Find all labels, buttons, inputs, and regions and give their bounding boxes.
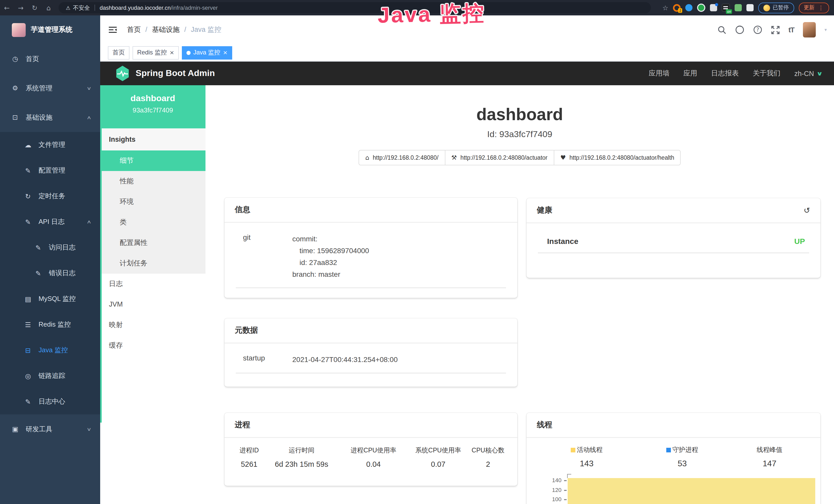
sba-nav-about[interactable]: 关于我们 <box>753 69 781 78</box>
sidebar-item-label: 日志中心 <box>39 397 65 406</box>
card-process-title: 进程 <box>224 413 517 438</box>
extension-icon-orange[interactable]: 1 <box>673 4 681 12</box>
profile-status-label: 已暂停 <box>773 4 789 11</box>
help-icon[interactable]: ? <box>753 25 762 35</box>
edit-icon: ✎ <box>34 244 43 251</box>
extension-icon-pin[interactable] <box>685 4 693 11</box>
sidebar-item-home[interactable]: ◷ 首页 <box>0 44 100 73</box>
nav-item-logs[interactable]: 日志 <box>100 274 205 294</box>
search-icon[interactable] <box>718 25 726 34</box>
nav-item-scheduled-tasks[interactable]: 计划任务 <box>100 253 205 274</box>
close-icon[interactable]: × <box>170 49 174 56</box>
service-url: http://192.168.0.2:48080/ <box>373 155 438 161</box>
bookmark-star-icon[interactable]: ☆ <box>662 4 668 12</box>
sidebar-item-label: MySQL 监控 <box>39 294 76 303</box>
sidebar-accent-strip <box>100 129 102 422</box>
sidebar-item-file-manage[interactable]: ☁ 文件管理 <box>0 132 100 158</box>
sidebar-item-error-log[interactable]: ✎ 错误日志 <box>0 260 100 286</box>
extension-icon-grid[interactable] <box>710 4 717 11</box>
sba-title: Spring Boot Admin <box>136 68 215 78</box>
sidebar-item-label: 首页 <box>26 54 39 63</box>
sidebar-item-log-center[interactable]: ✎ 日志中心 <box>0 389 100 414</box>
git-time-line: time: 1596289704000 <box>292 245 369 257</box>
url-host: dashboard.yudao.iocoder.cn <box>100 5 171 11</box>
sidebar-item-system[interactable]: ⚙ 系统管理 ∨ <box>0 73 100 103</box>
chevron-down-icon: ∨ <box>816 70 823 77</box>
threads-area-series <box>568 478 815 504</box>
extension-icon-switch[interactable]: on <box>722 4 730 12</box>
breadcrumb-infra[interactable]: 基础设施 <box>152 25 186 35</box>
security-chip[interactable]: 不安全 <box>73 4 90 12</box>
cpus-value: 2 <box>467 460 509 468</box>
sidebar-item-dev-tools[interactable]: ▣ 研发工具 ∨ <box>0 414 100 444</box>
sba-header: Spring Boot Admin 应用墙 应用 日志报表 关于我们 zh-CN… <box>100 62 834 85</box>
cloud-icon: ☁ <box>24 141 32 148</box>
caret-down-icon[interactable]: ▾ <box>825 27 827 32</box>
metadata-value: 2021-04-27T00:44:31.254+08:00 <box>292 354 398 366</box>
instance-header[interactable]: dashboard 93a3fc7f7409 <box>100 85 205 129</box>
sba-nav-applications[interactable]: 应用 <box>683 69 697 78</box>
history-icon[interactable]: ↺ <box>804 206 810 215</box>
gear-icon: ⚙ <box>11 84 20 92</box>
service-url-button[interactable]: ⌂ http://192.168.0.2:48080/ <box>358 150 445 165</box>
nav-item-classes[interactable]: 类 <box>100 212 205 233</box>
close-icon[interactable]: × <box>223 49 227 56</box>
actuator-url-button[interactable]: ⚒ http://192.168.0.2:48080/actuator <box>445 150 554 165</box>
instance-id: 93a3fc7f7409 <box>100 106 205 114</box>
nav-item-caches[interactable]: 缓存 <box>100 335 205 356</box>
health-row-instance[interactable]: Instance UP <box>538 223 809 253</box>
sidebar-item-java-monitor[interactable]: ⊟ Java 监控 <box>0 337 100 363</box>
sidebar-item-label: 访问日志 <box>49 243 75 252</box>
font-size-icon[interactable]: tT <box>789 26 794 34</box>
brand-title: 芋道管理系统 <box>31 25 72 35</box>
home-icon[interactable]: ⌂ <box>42 4 56 12</box>
github-icon[interactable] <box>735 25 744 35</box>
sba-nav-journal[interactable]: 日志报表 <box>711 69 739 78</box>
sidebar-item-infra[interactable]: ⊡ 基础设施 ∧ <box>0 103 100 132</box>
status-badge: UP <box>794 237 805 246</box>
extension-icon-leaf[interactable] <box>734 4 742 11</box>
url-bar[interactable]: ⚠ 不安全 dashboard.yudao.iocoder.cn/infra/a… <box>59 2 651 13</box>
extensions-puzzle-icon[interactable] <box>746 4 753 11</box>
breadcrumb-home[interactable]: 首页 <box>127 25 148 35</box>
nav-group-insights[interactable]: Insights <box>100 129 205 151</box>
info-value: commit: time: 1596289704000 id: 27aa832 … <box>292 233 369 280</box>
sidebar-item-config-manage[interactable]: ✎ 配置管理 <box>0 158 100 183</box>
tab-home[interactable]: 首页 <box>108 46 129 59</box>
forward-icon[interactable]: → <box>14 4 28 12</box>
y-tick-140: 140 <box>541 477 562 483</box>
sba-nav: 应用墙 应用 日志报表 关于我们 zh-CN ∨ <box>649 69 834 78</box>
nav-item-mappings[interactable]: 映射 <box>100 315 205 335</box>
header-actions: ? tT ▾ <box>718 22 834 38</box>
user-avatar[interactable] <box>803 22 816 38</box>
browser-update-button[interactable]: 更新 ⋮ <box>798 2 829 13</box>
edit-icon: ✎ <box>24 218 32 226</box>
nav-item-jvm[interactable]: JVM <box>100 294 205 315</box>
sba-language-select[interactable]: zh-CN ∨ <box>794 70 822 77</box>
brand: 芋道管理系统 <box>0 16 100 44</box>
nav-item-details[interactable]: 细节 <box>100 151 205 171</box>
browser-profile-chip[interactable]: 已暂停 <box>758 2 794 13</box>
nav-item-config-props[interactable]: 配置属性 <box>100 233 205 253</box>
axis-corner <box>567 474 571 478</box>
sidebar-item-scheduled-jobs[interactable]: ↻ 定时任务 <box>0 183 100 209</box>
health-url-button[interactable]: ♥ http://192.168.0.2:48080/actuator/heal… <box>554 150 681 165</box>
extension-icon-green-circle[interactable] <box>697 4 705 12</box>
nav-item-environment[interactable]: 环境 <box>100 191 205 212</box>
nav-item-metrics[interactable]: 性能 <box>100 171 205 191</box>
tab-redis-monitor[interactable]: Redis 监控 × <box>133 46 179 59</box>
sidebar-item-tracing[interactable]: ◎ 链路追踪 <box>0 363 100 389</box>
sidebar-item-access-log[interactable]: ✎ 访问日志 <box>0 235 100 260</box>
legend-swatch-blue <box>666 448 671 452</box>
sidebar-item-api-log[interactable]: ✎ API 日志 ∧ <box>0 209 100 235</box>
sba-nav-wallboard[interactable]: 应用墙 <box>649 69 670 78</box>
sidebar-fold-icon[interactable] <box>108 25 118 35</box>
sidebar-item-redis-monitor[interactable]: ☰ Redis 监控 <box>0 312 100 337</box>
sidebar-item-mysql-monitor[interactable]: ▤ MySQL 监控 <box>0 286 100 312</box>
reload-icon[interactable]: ↻ <box>28 4 42 12</box>
legend-daemon-threads: 守护进程 53 <box>644 446 721 468</box>
back-icon[interactable]: ← <box>0 4 14 12</box>
fullscreen-icon[interactable] <box>771 25 780 34</box>
kebab-menu-icon[interactable]: ⋮ <box>818 4 824 11</box>
tab-java-monitor[interactable]: Java 监控 × <box>182 46 232 59</box>
